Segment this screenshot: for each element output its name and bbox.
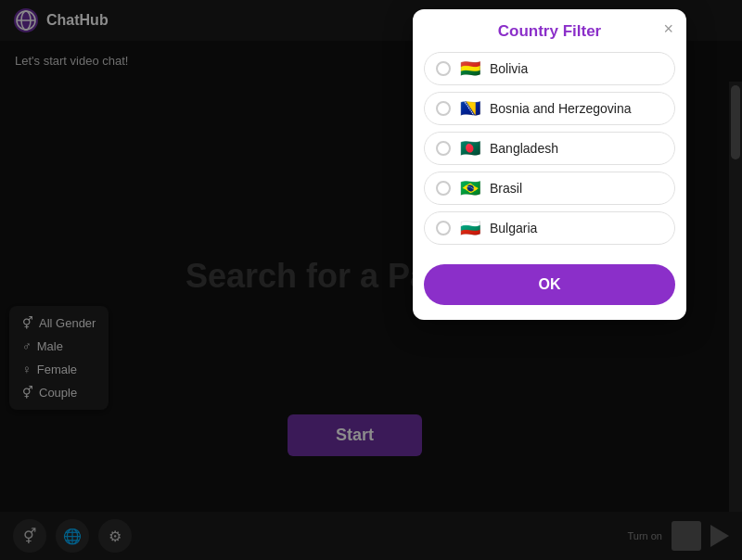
- country-flag-icon: 🇧🇷: [460, 180, 480, 197]
- country-item[interactable]: 🇧🇩Bangladesh: [424, 132, 675, 165]
- country-flag-icon: 🇧🇩: [460, 140, 480, 157]
- modal-title: Country Filter: [498, 22, 601, 41]
- country-radio[interactable]: [436, 141, 451, 156]
- country-name-label: Brasil: [490, 181, 522, 196]
- country-name-label: Bolivia: [490, 61, 528, 76]
- country-item[interactable]: 🇧🇴Bolivia: [424, 52, 675, 85]
- country-filter-modal: Country Filter × 🇧🇴Bolivia🇧🇦Bosnia and H…: [413, 9, 686, 320]
- country-radio[interactable]: [436, 221, 451, 235]
- country-radio[interactable]: [436, 181, 451, 196]
- country-name-label: Bosnia and Herzegovina: [490, 101, 632, 116]
- country-item[interactable]: 🇧🇬Bulgaria: [424, 211, 675, 245]
- ok-button[interactable]: OK: [424, 264, 675, 305]
- country-radio[interactable]: [436, 101, 451, 116]
- country-item[interactable]: 🇧🇦Bosnia and Herzegovina: [424, 92, 675, 125]
- country-name-label: Bangladesh: [490, 141, 558, 156]
- country-flag-icon: 🇧🇬: [460, 220, 480, 236]
- country-name-label: Bulgaria: [490, 221, 537, 235]
- country-radio[interactable]: [436, 61, 451, 76]
- modal-close-button[interactable]: ×: [663, 20, 673, 37]
- country-flag-icon: 🇧🇴: [460, 60, 480, 77]
- country-list[interactable]: 🇧🇴Bolivia🇧🇦Bosnia and Herzegovina🇧🇩Bangl…: [413, 48, 686, 255]
- modal-header: Country Filter ×: [413, 9, 686, 48]
- country-item[interactable]: 🇧🇷Brasil: [424, 172, 675, 205]
- country-flag-icon: 🇧🇦: [460, 100, 480, 117]
